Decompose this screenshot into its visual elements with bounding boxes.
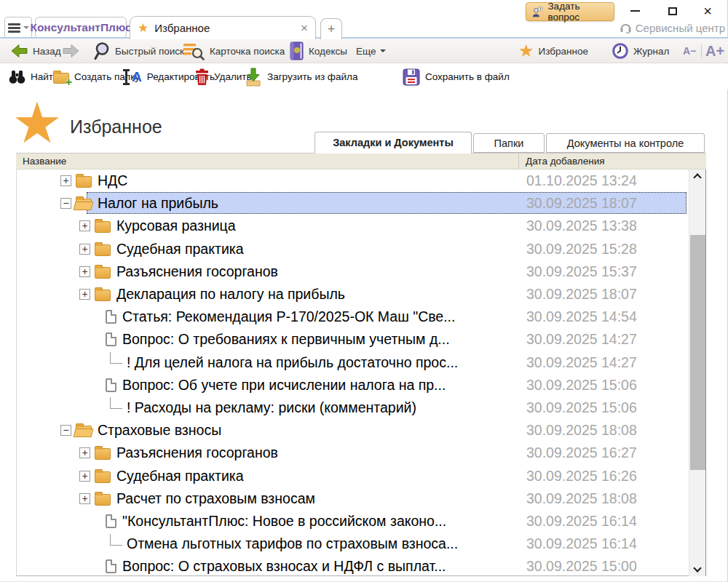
star-icon: ★ xyxy=(518,42,534,60)
person-question-icon xyxy=(531,6,543,18)
expander-icon[interactable]: − xyxy=(60,425,71,436)
tree-row[interactable]: + НДС 01.10.2025 13:24 xyxy=(17,170,705,192)
favorites-button[interactable]: ★ Избранное xyxy=(518,39,588,63)
row-date: 30.09.2025 16:14 xyxy=(526,535,637,552)
row-label: ! Для целей налога на прибыль достаточно… xyxy=(127,354,458,371)
expander-icon[interactable]: + xyxy=(79,289,90,300)
bookmark-connector-icon xyxy=(110,397,122,409)
favorites-star-icon: ★ xyxy=(12,95,63,151)
close-window-button[interactable]: × xyxy=(696,3,719,19)
main-menu-button[interactable] xyxy=(4,17,32,39)
folder-icon xyxy=(95,290,111,301)
clock-icon xyxy=(612,42,629,60)
tab-title: Избранное xyxy=(154,22,210,34)
row-date: 30.09.2025 16:14 xyxy=(526,513,637,530)
tree-row[interactable]: − Налог на прибыль 30.09.2025 18:07 xyxy=(17,192,705,215)
column-date[interactable]: Дата добавления xyxy=(526,156,605,167)
maximize-button[interactable] xyxy=(661,3,684,19)
tree-row[interactable]: − Страховые взносы 30.09.2025 18:08 xyxy=(17,419,705,442)
close-icon: × xyxy=(703,4,712,18)
row-label: Вопрос: Об учете при исчислении налога н… xyxy=(122,377,446,394)
tab-bookmarks-documents[interactable]: Закладки и Документы xyxy=(314,132,472,154)
expander-icon[interactable]: + xyxy=(79,220,90,231)
tree-row[interactable]: + Судебная практика 30.09.2025 16:26 xyxy=(17,464,705,487)
expander-icon[interactable]: + xyxy=(79,471,90,482)
search-card-button[interactable]: Карточка поиска xyxy=(183,39,285,63)
scroll-down-icon[interactable] xyxy=(693,564,701,572)
main-toolbar: Назад Быстрый поиск xyxy=(0,39,728,63)
new-folder-icon: + xyxy=(53,73,69,84)
tree-row[interactable]: ! Для целей налога на прибыль достаточно… xyxy=(17,351,705,374)
font-decrease-button[interactable]: A− xyxy=(683,39,696,63)
load-from-file-button[interactable]: Загрузить из файла xyxy=(245,64,357,89)
document-icon xyxy=(106,332,116,346)
tree-row[interactable]: Вопрос: О требованиях к первичным учетны… xyxy=(17,328,705,351)
delete-button[interactable]: Удалить xyxy=(195,64,252,89)
vertical-scrollbar[interactable] xyxy=(689,170,705,576)
more-menu-button[interactable]: Еще xyxy=(356,39,386,63)
minimize-button[interactable] xyxy=(623,3,646,19)
row-date: 01.10.2025 13:24 xyxy=(526,172,637,189)
expander-icon[interactable]: + xyxy=(79,244,90,255)
expander-icon[interactable]: + xyxy=(79,493,90,504)
row-date: 30.09.2025 15:00 xyxy=(526,558,637,575)
tree-row[interactable]: Вопрос: Об учете при исчислении налога н… xyxy=(17,374,705,396)
close-tab-icon[interactable]: × xyxy=(301,22,308,34)
row-date: 30.09.2025 16:27 xyxy=(526,445,637,461)
tab-folders[interactable]: Папки xyxy=(473,133,545,153)
tree-row[interactable]: + Судебная практика 30.09.2025 15:28 xyxy=(17,238,705,260)
journal-button[interactable]: Журнал xyxy=(612,39,669,63)
quick-search-button[interactable]: Быстрый поиск xyxy=(92,39,184,63)
tree-row[interactable]: Статья: Рекомендация Р-170/2025-ОК Маш "… xyxy=(17,306,705,328)
tree-row[interactable]: + Расчет по страховым взносам 30.09.2025… xyxy=(17,487,705,510)
back-button[interactable]: Назад xyxy=(10,39,61,63)
tree-row[interactable]: Вопрос: О страховых взносах и НДФЛ с вып… xyxy=(17,555,705,576)
tab-favorites[interactable]: ★ Избранное × xyxy=(130,16,316,39)
row-label: Разъяснения госорганов xyxy=(116,263,278,280)
tree-row[interactable]: "КонсультантПлюс: Новое в российском зак… xyxy=(17,510,705,533)
star-icon: ★ xyxy=(138,22,149,34)
codes-button[interactable]: Кодексы xyxy=(289,39,347,63)
download-arrow-icon xyxy=(245,68,262,87)
binoculars-icon xyxy=(9,70,25,84)
text-cursor-icon xyxy=(125,70,127,84)
expander-icon[interactable]: + xyxy=(79,447,90,458)
row-date: 30.09.2025 18:07 xyxy=(526,286,637,303)
folder-open-icon xyxy=(76,426,92,437)
document-icon xyxy=(106,378,116,392)
tree-row[interactable]: + Декларация по налогу на прибыль 30.09.… xyxy=(17,283,705,306)
tree-row[interactable]: ! Расходы на рекламу: риски (комментарий… xyxy=(17,396,705,419)
expander-icon[interactable]: − xyxy=(60,198,71,209)
row-label: Разъяснения госорганов xyxy=(116,445,278,461)
toolbar-divider xyxy=(701,44,702,57)
row-label: Расчет по страховым взносам xyxy=(116,490,315,507)
find-button[interactable]: Найти xyxy=(9,64,59,89)
row-label: Страховые взносы xyxy=(98,422,221,439)
scroll-up-icon[interactable] xyxy=(693,173,701,181)
chevron-down-icon xyxy=(23,26,29,29)
ask-question-button[interactable]: Задать вопрос xyxy=(526,2,614,21)
tab-documents-on-control[interactable]: Документы на контроле xyxy=(546,133,705,153)
favorites-actions-toolbar: Найти + Создать папку A Редактировать Уд… xyxy=(0,64,728,89)
save-to-file-button[interactable]: Сохранить в файл xyxy=(403,64,510,89)
column-name[interactable]: Название xyxy=(16,156,66,167)
search-card-icon xyxy=(183,42,205,60)
tree-row[interactable]: + Разъяснения госорганов 30.09.2025 15:3… xyxy=(17,260,705,283)
service-center-link[interactable]: Сервисный центр xyxy=(620,22,725,34)
row-label: Статья: Рекомендация Р-170/2025-ОК Маш "… xyxy=(122,308,455,325)
tree-row[interactable]: + Курсовая разница 30.09.2025 13:38 xyxy=(17,215,705,237)
tree-row[interactable]: Отмена льготных тарифов по страховым взн… xyxy=(17,533,705,555)
scrollbar-thumb[interactable] xyxy=(690,235,705,470)
font-increase-button[interactable]: A+ xyxy=(705,39,724,63)
expander-icon[interactable]: + xyxy=(60,175,71,186)
expander-icon[interactable]: + xyxy=(79,266,90,277)
magnifier-icon xyxy=(92,41,111,60)
row-label: Декларация по налогу на прибыль xyxy=(116,286,345,303)
brand-logo[interactable]: КонсультантПлюс xyxy=(35,17,127,39)
tree-row[interactable]: + Разъяснения госорганов 30.09.2025 16:2… xyxy=(17,442,705,464)
row-label: Судебная практика xyxy=(116,241,244,258)
table-header: Название Дата добавления xyxy=(16,153,706,170)
new-tab-button[interactable]: + xyxy=(320,18,342,39)
forward-button[interactable] xyxy=(62,39,80,63)
row-date: 30.09.2025 18:07 xyxy=(526,195,637,212)
